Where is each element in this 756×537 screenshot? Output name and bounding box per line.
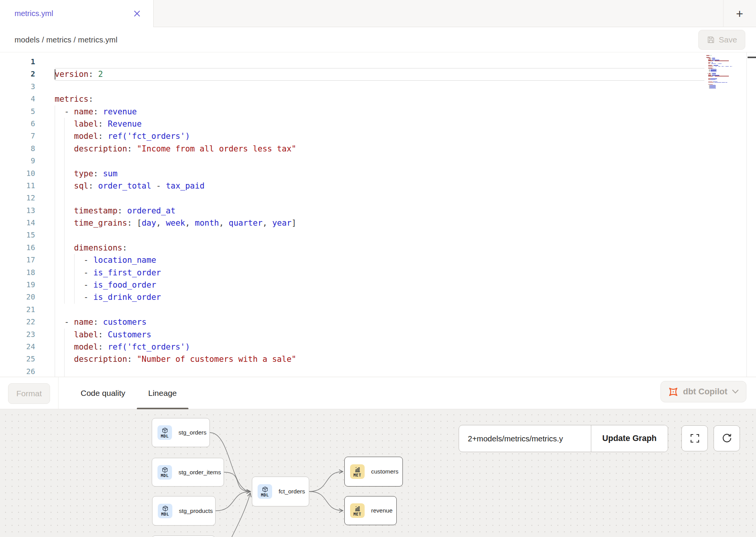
line-number: 17 — [0, 254, 35, 266]
node-label: stg_products — [179, 508, 213, 514]
line-content: dimensions: — [55, 242, 127, 254]
close-icon[interactable] — [133, 10, 140, 17]
code-line-8[interactable]: 8 description: "Income from all orders l… — [0, 143, 756, 155]
code-line-6[interactable]: 6 label: Revenue — [0, 118, 756, 130]
line-content: model: ref('fct_orders') — [55, 341, 190, 353]
line-number: 12 — [0, 192, 35, 204]
lineage-node-customers[interactable]: METcustomers — [344, 457, 403, 487]
new-tab-button[interactable]: + — [732, 8, 747, 20]
code-line-18[interactable]: 18 - is_first_order — [0, 267, 756, 279]
code-line-3[interactable]: 3 — [0, 81, 756, 93]
indent-guide — [64, 155, 65, 167]
tab-lineage[interactable]: Lineage — [137, 377, 188, 409]
lineage-node-revenue[interactable]: METrevenue — [344, 496, 397, 525]
line-content: - is_first_order — [55, 267, 161, 279]
lineage-node-stg_products[interactable]: MDLstg_products — [152, 496, 216, 526]
format-button[interactable]: Format — [8, 383, 50, 404]
fullscreen-icon — [689, 433, 700, 444]
save-label: Save — [719, 35, 737, 44]
code-line-13[interactable]: 13 timestamp: ordered_at — [0, 205, 756, 217]
code-line-25[interactable]: 25 description: "Number of customers wit… — [0, 353, 756, 365]
line-number: 18 — [0, 267, 35, 279]
code-line-10[interactable]: 10 type: sum — [0, 168, 756, 180]
line-number: 22 — [0, 316, 35, 328]
code-line-20[interactable]: 20 - is_drink_order — [0, 291, 756, 303]
line-content: timestamp: ordered_at — [55, 205, 175, 217]
lineage-node-stg_orders[interactable]: MDLstg_orders — [152, 418, 210, 447]
line-number: 23 — [0, 329, 35, 341]
code-line-21[interactable]: 21 — [0, 304, 756, 316]
code-lines: 12version: 234metrics:5 - name: revenue6… — [0, 56, 756, 377]
line-content: time_grains: [day, week, month, quarter,… — [55, 217, 296, 229]
code-line-9[interactable]: 9 — [0, 155, 756, 167]
fullscreen-button[interactable] — [681, 425, 708, 451]
refresh-icon — [721, 433, 733, 444]
indent-guide — [55, 192, 55, 204]
code-editor[interactable]: 12version: 234metrics:5 - name: revenue6… — [0, 52, 756, 377]
code-line-22[interactable]: 22 - name: customers — [0, 316, 756, 328]
code-line-15[interactable]: 15 — [0, 229, 756, 241]
code-line-4[interactable]: 4metrics: — [0, 93, 756, 105]
line-number: 7 — [0, 130, 35, 142]
tab-label: metrics.yml — [15, 9, 53, 18]
tab-label: Code quality — [81, 389, 125, 398]
lineage-selector-input[interactable] — [459, 425, 591, 452]
lineage-node-fct_orders[interactable]: MDLfct_orders — [252, 477, 309, 506]
code-line-16[interactable]: 16 dimensions: — [0, 242, 756, 254]
line-number: 5 — [0, 106, 35, 118]
overview-ruler — [746, 52, 756, 377]
line-number: 14 — [0, 217, 35, 229]
line-content: description: "Number of customers with a… — [55, 353, 296, 365]
code-line-17[interactable]: 17 - location_name — [0, 254, 756, 266]
line-number: 9 — [0, 155, 35, 167]
line-content: metrics: — [55, 93, 93, 105]
dbt-copilot-button[interactable]: dbt Copilot — [660, 381, 746, 402]
code-line-26[interactable]: 26 — [0, 366, 756, 377]
line-content: - is_drink_order — [55, 291, 161, 303]
line-number: 21 — [0, 304, 35, 316]
indent-guide — [55, 229, 55, 241]
cursor-position-marker — [748, 57, 756, 58]
lineage-panel[interactable]: MDLstg_ordersMDLstg_order_itemsMDLstg_pr… — [0, 409, 756, 537]
metric-chart-icon: MET — [350, 503, 365, 518]
line-number: 8 — [0, 143, 35, 155]
save-button[interactable]: Save — [698, 30, 745, 50]
code-line-7[interactable]: 7 model: ref('fct_orders') — [0, 130, 756, 142]
line-content: label: Revenue — [55, 118, 142, 130]
tab-metrics-yml[interactable]: metrics.yml — [0, 0, 154, 27]
minimap[interactable] — [705, 52, 756, 377]
line-content: label: Customers — [55, 329, 151, 341]
line-content: - location_name — [55, 254, 156, 266]
dbt-copilot-label: dbt Copilot — [683, 387, 727, 397]
save-icon — [707, 36, 715, 44]
code-line-1[interactable]: 1 — [0, 56, 756, 68]
tab-code-quality[interactable]: Code quality — [69, 377, 137, 409]
code-line-5[interactable]: 5 - name: revenue — [0, 106, 756, 118]
lineage-node-stg_order_items[interactable]: MDLstg_order_items — [152, 458, 224, 487]
lineage-controls: Update Graph — [459, 425, 668, 452]
line-number: 13 — [0, 205, 35, 217]
lineage-node-partial[interactable] — [152, 535, 215, 537]
indent-guide — [55, 366, 55, 377]
model-cube-icon: MDL — [157, 465, 172, 480]
code-line-2[interactable]: 2version: 2 — [0, 68, 756, 80]
chevron-down-icon — [732, 389, 739, 394]
code-line-24[interactable]: 24 model: ref('fct_orders') — [0, 341, 756, 353]
refresh-button[interactable] — [714, 425, 740, 451]
line-content: sql: order_total - tax_paid — [55, 180, 204, 192]
code-line-11[interactable]: 11 sql: order_total - tax_paid — [0, 180, 756, 192]
line-number: 26 — [0, 366, 35, 377]
line-content: - is_food_order — [55, 279, 156, 291]
model-cube-icon: MDL — [158, 504, 172, 518]
line-number: 19 — [0, 279, 35, 291]
line-number: 11 — [0, 180, 35, 192]
code-line-12[interactable]: 12 — [0, 192, 756, 204]
code-line-23[interactable]: 23 label: Customers — [0, 329, 756, 341]
code-line-19[interactable]: 19 - is_food_order — [0, 279, 756, 291]
tabbar-divider — [723, 0, 724, 27]
indent-guide — [64, 229, 65, 241]
code-line-14[interactable]: 14 time_grains: [day, week, month, quart… — [0, 217, 756, 229]
update-graph-button[interactable]: Update Graph — [591, 425, 668, 452]
node-label: stg_orders — [178, 429, 206, 436]
line-content: version: 2 — [55, 68, 103, 80]
